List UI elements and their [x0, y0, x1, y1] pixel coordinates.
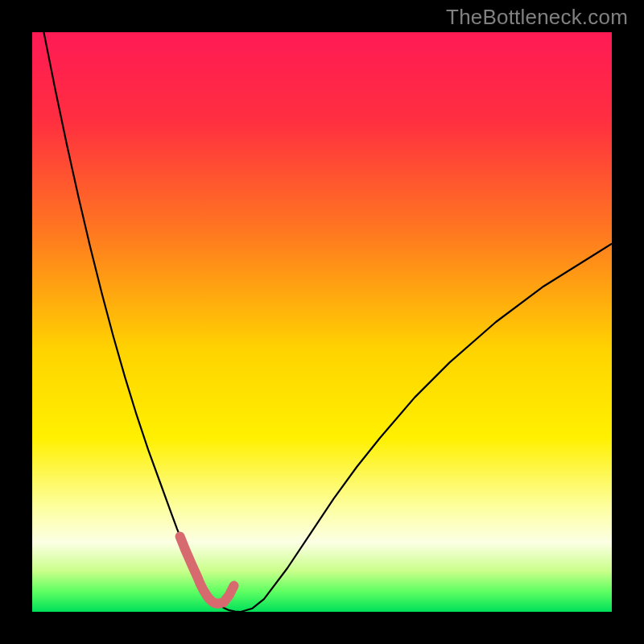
chart-container: TheBottleneck.com [0, 0, 644, 644]
plot-area [32, 32, 612, 612]
watermark-label: TheBottleneck.com [446, 5, 628, 30]
gradient-background [32, 32, 612, 612]
chart-svg [32, 32, 612, 612]
